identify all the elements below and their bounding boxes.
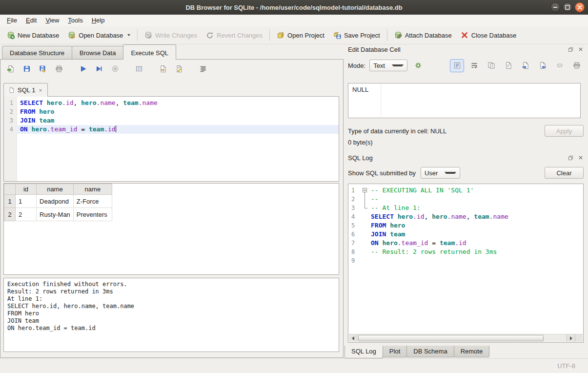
set-null-button[interactable] (552, 59, 567, 72)
export-table-button[interactable] (132, 62, 146, 76)
mode-select[interactable]: Text (369, 60, 407, 71)
edit-cell-header: Edit Database Cell (345, 44, 588, 55)
save-project-button[interactable]: Save Project (329, 29, 385, 41)
toolbar-button-label: Open Database (79, 32, 123, 39)
dock-tab-sql-log[interactable]: SQL Log (345, 346, 383, 358)
fold-gutter[interactable] (361, 186, 369, 195)
grid-corner[interactable] (4, 184, 16, 195)
text-caret (116, 125, 116, 132)
line-number: 7 (348, 239, 361, 248)
menu-view[interactable]: View (41, 15, 63, 26)
log-line: 1-- EXECUTING ALL IN 'SQL 1' (348, 186, 583, 195)
menu-bar: FileEditViewToolsHelp (0, 15, 588, 26)
write-changes-button[interactable]: Write Changes (140, 29, 202, 41)
maximize-button[interactable] (563, 2, 572, 12)
row-header[interactable]: 1 (4, 195, 16, 208)
column-header-name-2[interactable]: name (73, 184, 112, 195)
close-database-button[interactable]: Close Database (456, 29, 521, 41)
scrollbar-track[interactable] (544, 334, 567, 342)
table-cell[interactable]: Deadpond (37, 195, 74, 208)
execute-current-line-button[interactable] (92, 62, 106, 76)
main-toolbar: New DatabaseOpen DatabaseWrite ChangesRe… (0, 26, 588, 44)
chevron-down-icon (127, 34, 130, 36)
menu-tools[interactable]: Tools (63, 15, 87, 26)
open-sql-file-button[interactable] (3, 62, 18, 76)
sql-editor[interactable]: 1SELECT hero.id, hero.name, team.name2FR… (3, 96, 339, 182)
encoding-status: UTF-8 (557, 362, 575, 370)
auto-mode-button[interactable] (411, 59, 426, 72)
filter-label: Show SQL submitted by (348, 169, 416, 177)
dock-tabs: SQL LogPlotDB SchemaRemote (345, 346, 489, 358)
menu-file[interactable]: File (2, 15, 21, 26)
float-panel-icon[interactable] (567, 45, 574, 53)
tab-database-structure[interactable]: Database Structure (2, 46, 72, 59)
dock-tab-plot[interactable]: Plot (383, 346, 407, 357)
print-button[interactable] (52, 62, 66, 76)
tab-execute-sql[interactable]: Execute SQL (123, 44, 176, 60)
word-wrap-button[interactable] (467, 59, 481, 72)
format-lines-button[interactable] (196, 62, 210, 76)
table-cell[interactable]: Z-Force (73, 195, 112, 208)
table-cell[interactable]: Preventers (73, 208, 112, 221)
page-plain-button[interactable] (501, 59, 515, 72)
export-arrow-button[interactable] (535, 59, 549, 72)
save-sql-as-button[interactable] (36, 62, 50, 76)
sql-editor-code: 1SELECT hero.id, hero.name, team.name2FR… (4, 97, 339, 134)
close-button[interactable] (575, 2, 585, 12)
line-number: 8 (348, 248, 361, 256)
sql-doc-tab[interactable]: SQL 1 (3, 83, 48, 97)
close-panel-icon[interactable] (577, 154, 585, 162)
import-arrow-button[interactable] (518, 59, 532, 72)
line-number: 4 (348, 212, 361, 221)
table-cell[interactable]: Rusty-Man (37, 208, 74, 221)
horizontal-scrollbar[interactable] (349, 334, 583, 342)
stop-execution-button[interactable] (108, 62, 122, 76)
copy-page-button[interactable] (484, 59, 498, 72)
toolbar-button-label: Revert Changes (217, 32, 263, 39)
close-panel-icon[interactable] (577, 45, 585, 53)
main-tabs: Database StructureBrowse DataExecute SQL (2, 44, 176, 59)
log-line: 5FROM hero (348, 221, 583, 230)
apply-button[interactable]: Apply (545, 125, 584, 137)
line-number: 3 (4, 116, 17, 125)
column-header-id-0[interactable]: id (16, 184, 37, 195)
page-import-button[interactable] (156, 62, 170, 76)
new-database-button[interactable]: New Database (2, 29, 63, 41)
scroll-left-button[interactable] (349, 334, 357, 342)
print-button[interactable] (569, 59, 584, 72)
submitted-by-select[interactable]: User (421, 167, 460, 179)
fold-gutter (361, 195, 369, 204)
results-grid: idnamename 11DeadpondZ-Force22Rusty-ManP… (3, 183, 339, 275)
write-changes-icon (144, 31, 152, 39)
revert-changes-button[interactable]: Revert Changes (202, 29, 267, 41)
titlebar[interactable]: DB Browser for SQLite - /home/user/code/… (0, 0, 588, 15)
open-project-button[interactable]: Open Project (272, 29, 329, 41)
execute-all-button[interactable] (76, 62, 90, 76)
cell-editor[interactable]: NULL (348, 83, 581, 118)
line-number: 2 (4, 107, 17, 116)
table-cell[interactable]: 1 (16, 195, 37, 208)
attach-database-button[interactable]: Attach Database (390, 29, 456, 41)
open-database-button[interactable]: Open Database (63, 29, 135, 41)
text-page-button[interactable] (450, 59, 464, 72)
scrollbar-thumb[interactable] (358, 335, 544, 341)
close-tab-icon[interactable] (38, 88, 43, 93)
dock-tab-remote[interactable]: Remote (454, 346, 490, 357)
line-number: 5 (348, 221, 361, 230)
scroll-right-button[interactable] (567, 334, 575, 342)
tab-browse-data[interactable]: Browse Data (72, 46, 123, 59)
dock-tab-db-schema[interactable]: DB Schema (406, 346, 454, 357)
float-panel-icon[interactable] (567, 154, 574, 162)
revert-changes-icon (206, 31, 214, 39)
clear-button[interactable]: Clear (545, 167, 584, 179)
sql-log-filter-row: Show SQL submitted by User Clear (348, 166, 584, 180)
minimize-button[interactable] (550, 2, 560, 12)
row-header[interactable]: 2 (4, 208, 16, 221)
page-edit-button[interactable] (172, 62, 186, 76)
save-sql-file-button[interactable] (20, 62, 34, 76)
column-header-name-1[interactable]: name (37, 184, 74, 195)
menu-help[interactable]: Help (87, 15, 109, 26)
table-cell[interactable]: 2 (16, 208, 37, 221)
chevron-down-icon (392, 64, 404, 66)
menu-edit[interactable]: Edit (21, 15, 41, 26)
